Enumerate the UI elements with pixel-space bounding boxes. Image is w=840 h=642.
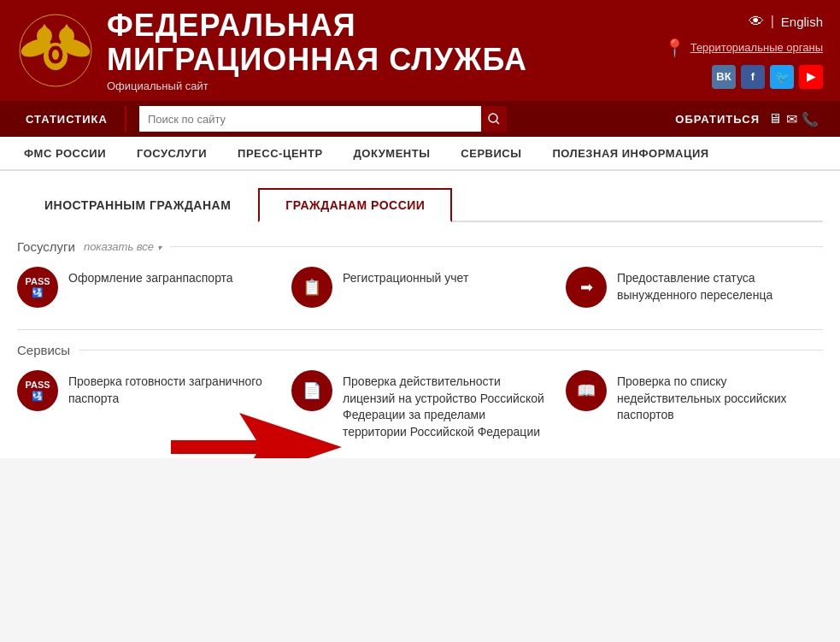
svg-marker-12: [171, 413, 342, 457]
arrow-overlay: [171, 413, 342, 457]
red-arrow-icon: [171, 413, 342, 457]
separator: |: [771, 14, 774, 29]
refugee-icon: ➡: [566, 267, 607, 308]
tab-foreign-citizens[interactable]: ИНОСТРАННЫМ ГРАЖДАНАМ: [17, 188, 258, 222]
header-right: 👁 | English 📍 Территориальные органы ВК …: [664, 13, 823, 89]
section-line: [170, 246, 823, 247]
nav-useful-info[interactable]: ПОЛЕЗНАЯ ИНФОРМАЦИЯ: [537, 147, 724, 160]
monitor-icon: 🖥: [768, 111, 782, 127]
search-button[interactable]: [481, 106, 507, 132]
servisы-item-1-text: Проверка готовности заграничного паспорт…: [68, 370, 274, 407]
tab-russian-citizens[interactable]: ГРАЖДАНАМ РОССИИ: [258, 188, 452, 222]
contact-button[interactable]: ОБРАТИТЬСЯ: [675, 113, 760, 126]
org-subtitle: Официальный сайт: [107, 80, 527, 92]
servisы-item-2-text: Проверка действительности лицензий на ус…: [343, 370, 549, 440]
header: ФЕДЕРАЛЬНАЯ МИГРАЦИОННАЯ СЛУЖБА Официаль…: [0, 0, 840, 101]
show-all-link[interactable]: показать все ▾: [84, 240, 162, 253]
language-toggle[interactable]: English: [781, 15, 823, 29]
social-links: ВК f 🐦 ▶: [712, 65, 823, 89]
search-container: [126, 106, 662, 132]
nav-services[interactable]: СЕРВИСЫ: [445, 147, 537, 160]
nav-fms-russia[interactable]: ФМС РОССИИ: [9, 147, 121, 160]
servisы-section-title: Сервисы: [17, 343, 823, 357]
license-check-icon: 📄: [291, 370, 332, 411]
contact-icons: 🖥 ✉ 📞: [768, 111, 819, 127]
nav-press-center[interactable]: ПРЕСС-ЦЕНТР: [222, 147, 338, 160]
pin-territory-row: 📍 Территориальные органы: [664, 38, 823, 58]
main-content: ИНОСТРАННЫМ ГРАЖДАНАМ ГРАЖДАНАМ РОССИИ Г…: [0, 171, 840, 457]
gosuslugi-section-title: Госуслуги показать все ▾: [17, 239, 823, 254]
citizen-tabs: ИНОСТРАННЫМ ГРАЖДАНАМ ГРАЖДАНАМ РОССИИ: [17, 188, 823, 222]
gosuslugi-section: Госуслуги показать все ▾ PASS🛂 Оформлени…: [17, 239, 823, 308]
search-icon: [488, 113, 500, 125]
nav-contact-area: ОБРАТИТЬСЯ 🖥 ✉ 📞: [662, 111, 831, 127]
gosuslugi-item-1-text: Оформление загранпаспорта: [68, 267, 233, 287]
org-title: ФЕДЕРАЛЬНАЯ МИГРАЦИОННАЯ СЛУЖБА: [107, 9, 527, 76]
servisы-section: Сервисы PASS🛂 Проверка готовности загран…: [17, 329, 823, 440]
lang-row: 👁 | English: [749, 13, 823, 31]
gosuslugi-item-passport[interactable]: PASS🛂 Оформление загранпаспорта: [17, 267, 274, 308]
servisы-label: Сервисы: [17, 343, 70, 357]
section-line-2: [79, 350, 823, 350]
vk-button[interactable]: ВК: [712, 65, 736, 89]
header-title-block: ФЕДЕРАЛЬНАЯ МИГРАЦИОННАЯ СЛУЖБА Официаль…: [107, 9, 527, 92]
facebook-button[interactable]: f: [741, 65, 765, 89]
gosuslugi-item-3-text: Предоставление статуса вынужденного пере…: [617, 267, 823, 303]
nav-documents[interactable]: ДОКУМЕНТЫ: [338, 147, 446, 160]
section-divider: [17, 329, 823, 330]
svg-point-9: [52, 50, 59, 60]
location-icon: 📍: [664, 38, 685, 58]
svg-point-4: [37, 27, 52, 44]
servisы-item-3-text: Проверка по списку недействительных росс…: [617, 370, 823, 424]
statistics-nav-item[interactable]: СТАТИСТИКА: [9, 113, 125, 126]
passport-check-icon: PASS🛂: [17, 370, 58, 411]
gosuslugi-label: Госуслуги: [17, 239, 75, 254]
nav-bar-statistics: СТАТИСТИКА ОБРАТИТЬСЯ 🖥 ✉ 📞: [0, 101, 840, 137]
svg-line-11: [496, 121, 499, 124]
invalid-passport-icon: 📖: [566, 370, 607, 411]
nav-gosuslugi[interactable]: ГОСУСЛУГИ: [121, 147, 222, 160]
gosuslugi-item-refugee[interactable]: ➡ Предоставление статуса вынужденного пе…: [566, 267, 823, 308]
servisы-grid: PASS🛂 Проверка готовности заграничного п…: [17, 370, 823, 440]
territory-link[interactable]: Территориальные органы: [690, 41, 823, 54]
main-navigation: ФМС РОССИИ ГОСУСЛУГИ ПРЕСС-ЦЕНТР ДОКУМЕН…: [0, 137, 840, 171]
phone-icon: 📞: [802, 111, 819, 127]
youtube-button[interactable]: ▶: [799, 65, 823, 89]
mail-icon: ✉: [786, 111, 797, 127]
emblem-icon: [17, 12, 94, 89]
header-left: ФЕДЕРАЛЬНАЯ МИГРАЦИОННАЯ СЛУЖБА Официаль…: [17, 9, 527, 92]
svg-point-10: [489, 114, 497, 122]
passport-icon: PASS🛂: [17, 267, 58, 308]
accessibility-icon[interactable]: 👁: [749, 13, 764, 31]
svg-point-5: [59, 27, 74, 44]
gosuslugi-grid: PASS🛂 Оформление загранпаспорта 📋 Регист…: [17, 267, 823, 308]
servisы-item-invalid-passport[interactable]: 📖 Проверка по списку недействительных ро…: [566, 370, 823, 440]
registration-icon: 📋: [291, 267, 332, 308]
search-input[interactable]: [139, 106, 481, 132]
servisы-row: PASS🛂 Проверка готовности заграничного п…: [17, 370, 823, 440]
gosuslugi-item-2-text: Регистрационный учет: [343, 267, 468, 287]
gosuslugi-item-registration[interactable]: 📋 Регистрационный учет: [291, 267, 549, 308]
twitter-button[interactable]: 🐦: [770, 65, 794, 89]
